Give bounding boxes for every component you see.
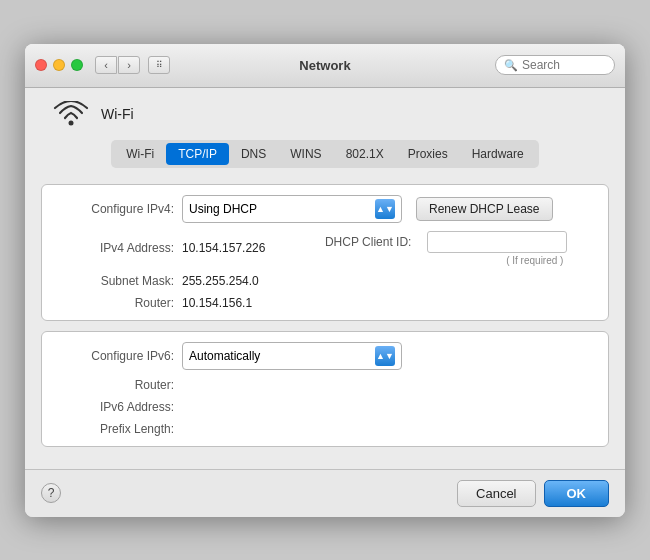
nav-buttons: ‹ ›: [95, 56, 140, 74]
configure-ipv6-row: Configure IPv6: Automatically ▲▼: [42, 342, 600, 370]
renew-dhcp-button[interactable]: Renew DHCP Lease: [416, 197, 553, 221]
configure-ipv6-label: Configure IPv6:: [42, 349, 182, 363]
tab-tcpip[interactable]: TCP/IP: [166, 143, 229, 165]
svg-point-0: [69, 120, 74, 125]
cancel-button[interactable]: Cancel: [457, 480, 535, 507]
prefix-length-row: Prefix Length:: [42, 422, 600, 436]
ipv6-router-label: Router:: [42, 378, 182, 392]
ipv6-address-label: IPv6 Address:: [42, 400, 182, 414]
client-id-input[interactable]: [427, 231, 567, 253]
zoom-button[interactable]: [71, 59, 83, 71]
traffic-lights: [35, 59, 83, 71]
tab-dns[interactable]: DNS: [229, 143, 278, 165]
back-button[interactable]: ‹: [95, 56, 117, 74]
client-id-label: DHCP Client ID:: [279, 235, 419, 249]
client-id-section: DHCP Client ID: ( If required ): [279, 231, 567, 266]
subnet-mask-value: 255.255.254.0: [182, 274, 259, 288]
search-box[interactable]: 🔍: [495, 55, 615, 75]
if-required-hint: ( If required ): [506, 255, 567, 266]
configure-ipv4-value: Using DHCP: [189, 202, 257, 216]
ipv4-router-value: 10.154.156.1: [182, 296, 252, 310]
tab-wins[interactable]: WINS: [278, 143, 333, 165]
bottom-buttons: Cancel OK: [457, 480, 609, 507]
tab-hardware[interactable]: Hardware: [460, 143, 536, 165]
tab-8021x[interactable]: 802.1X: [334, 143, 396, 165]
ipv6-dropdown-arrow: ▲▼: [375, 346, 395, 366]
minimize-button[interactable]: [53, 59, 65, 71]
help-button[interactable]: ?: [41, 483, 61, 503]
configure-ipv4-select[interactable]: Using DHCP ▲▼: [182, 195, 402, 223]
window-title: Network: [299, 58, 350, 73]
ipv4-address-value: 10.154.157.226: [182, 241, 265, 255]
subnet-mask-label: Subnet Mask:: [42, 274, 182, 288]
ipv4-router-row: Router: 10.154.156.1: [42, 296, 600, 310]
subnet-mask-row: Subnet Mask: 255.255.254.0: [42, 274, 600, 288]
forward-button[interactable]: ›: [118, 56, 140, 74]
client-id-row: DHCP Client ID:: [279, 231, 567, 253]
ipv4-address-row: IPv4 Address: 10.154.157.226 DHCP Client…: [42, 231, 600, 266]
search-icon: 🔍: [504, 59, 518, 72]
configure-ipv4-row: Configure IPv4: Using DHCP ▲▼ Renew DHCP…: [42, 195, 600, 223]
tab-proxies[interactable]: Proxies: [396, 143, 460, 165]
grid-button[interactable]: ⠿: [148, 56, 170, 74]
search-input[interactable]: [522, 58, 607, 72]
dhcp-section: Renew DHCP Lease: [416, 197, 553, 221]
tab-wifi[interactable]: Wi-Fi: [114, 143, 166, 165]
dropdown-arrow: ▲▼: [375, 199, 395, 219]
wifi-icon: [51, 100, 91, 128]
configure-ipv6-value: Automatically: [189, 349, 260, 363]
prefix-length-label: Prefix Length:: [42, 422, 182, 436]
titlebar: ‹ › ⠿ Network 🔍: [25, 44, 625, 88]
bottom-bar: ? Cancel OK: [25, 469, 625, 517]
ipv6-address-row: IPv6 Address:: [42, 400, 600, 414]
wifi-header: Wi-Fi: [41, 100, 609, 128]
ipv4-address-label: IPv4 Address:: [42, 241, 182, 255]
wifi-label: Wi-Fi: [101, 106, 134, 122]
ipv4-router-label: Router:: [42, 296, 182, 310]
configure-ipv6-select[interactable]: Automatically ▲▼: [182, 342, 402, 370]
network-window: ‹ › ⠿ Network 🔍 Wi-Fi: [25, 44, 625, 517]
close-button[interactable]: [35, 59, 47, 71]
tabs-bar: Wi-Fi TCP/IP DNS WINS 802.1X Proxies Har…: [111, 140, 538, 168]
ok-button[interactable]: OK: [544, 480, 610, 507]
content-area: Wi-Fi Wi-Fi TCP/IP DNS WINS 802.1X Proxi…: [25, 88, 625, 469]
ipv4-section: Configure IPv4: Using DHCP ▲▼ Renew DHCP…: [41, 184, 609, 321]
ipv6-section: Configure IPv6: Automatically ▲▼ Router:…: [41, 331, 609, 447]
ipv6-router-row: Router:: [42, 378, 600, 392]
configure-ipv4-label: Configure IPv4:: [42, 202, 182, 216]
